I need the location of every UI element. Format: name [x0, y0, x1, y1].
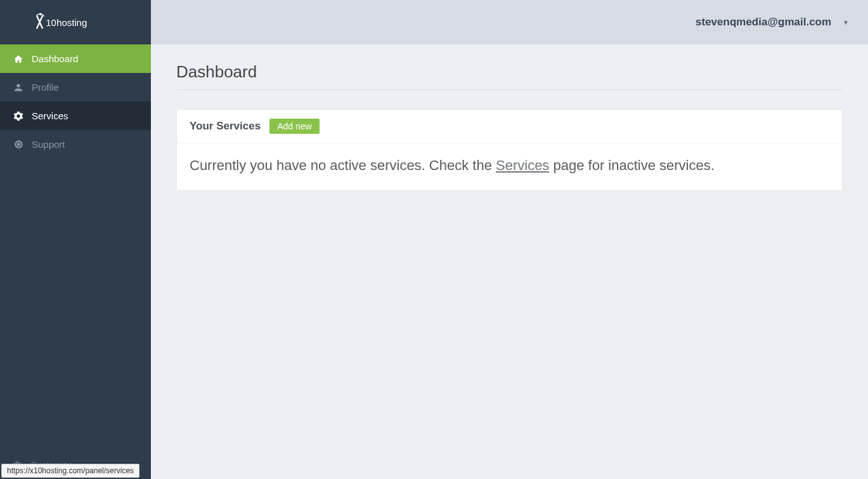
- life-ring-icon: [13, 140, 24, 149]
- chevron-down-icon: ▼: [843, 19, 849, 26]
- sidebar-nav: Dashboard Profile Services Support: [0, 44, 151, 451]
- add-new-button[interactable]: Add new: [269, 119, 319, 134]
- panel-body: Currently you have no active services. C…: [177, 143, 842, 190]
- empty-text-suffix: page for inactive services.: [549, 157, 714, 173]
- svg-text:hosting: hosting: [56, 17, 87, 28]
- home-icon: [13, 54, 24, 64]
- content: Dashboard Your Services Add new Currentl…: [151, 44, 868, 209]
- sidebar-item-label: Dashboard: [32, 53, 78, 64]
- user-menu[interactable]: stevenqmedia@gmail.com ▼: [696, 16, 849, 29]
- services-panel: Your Services Add new Currently you have…: [176, 109, 843, 191]
- page-title: Dashboard: [176, 62, 843, 90]
- main: stevenqmedia@gmail.com ▼ Dashboard Your …: [151, 0, 868, 479]
- sidebar-item-dashboard[interactable]: Dashboard: [0, 44, 151, 73]
- sidebar-item-label: Profile: [32, 82, 59, 93]
- gears-icon: [13, 111, 24, 121]
- sidebar-item-profile[interactable]: Profile: [0, 73, 151, 102]
- sidebar-item-label: Services: [32, 110, 68, 121]
- user-email: stevenqmedia@gmail.com: [696, 16, 831, 29]
- topbar: stevenqmedia@gmail.com ▼: [151, 0, 868, 44]
- empty-text-prefix: Currently you have no active services. C…: [190, 157, 496, 173]
- services-link[interactable]: Services: [496, 157, 549, 173]
- svg-text:10: 10: [46, 17, 56, 28]
- sidebar-item-label: Support: [32, 139, 65, 150]
- panel-header: Your Services Add new: [177, 110, 842, 143]
- sidebar: 10 hosting Dashboard Profile Services: [0, 0, 151, 479]
- sidebar-item-support[interactable]: Support: [0, 130, 151, 159]
- logo[interactable]: 10 hosting: [0, 0, 151, 44]
- sidebar-item-services[interactable]: Services: [0, 102, 151, 130]
- user-icon: [13, 83, 24, 92]
- browser-status-bar: https://x10hosting.com/panel/services: [1, 464, 139, 478]
- panel-title: Your Services: [190, 120, 261, 133]
